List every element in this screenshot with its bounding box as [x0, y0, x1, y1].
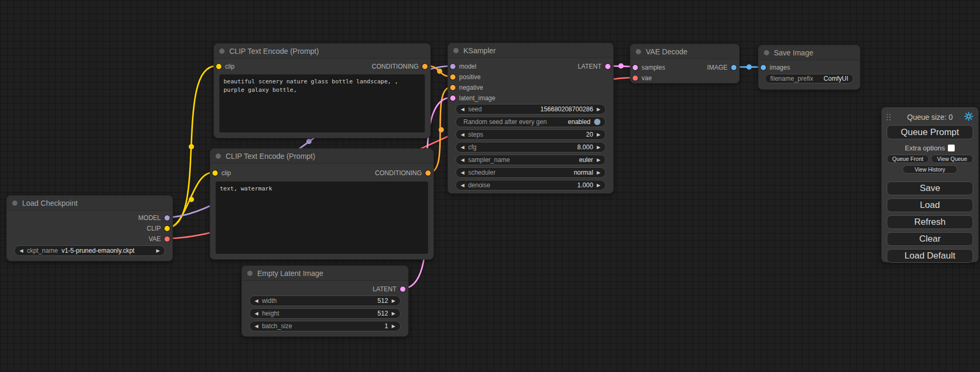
- input-slot-vae[interactable]: vae: [633, 74, 652, 82]
- save-button[interactable]: Save: [887, 182, 973, 195]
- clip-port-icon[interactable]: [212, 170, 218, 176]
- denoise-widget[interactable]: denoise 1.000: [455, 180, 606, 190]
- collapse-dot-icon[interactable]: [453, 48, 459, 53]
- vae-port-icon[interactable]: [633, 75, 638, 81]
- input-slot-negative[interactable]: negative: [450, 83, 483, 92]
- step-left-icon[interactable]: [20, 249, 23, 253]
- step-right-icon[interactable]: [597, 107, 600, 112]
- input-slot-images[interactable]: images: [761, 63, 790, 72]
- node-clip-text-encode-negative[interactable]: CLIP Text Encode (Prompt) clip CONDITION…: [210, 148, 434, 260]
- queue-panel[interactable]: Queue size: 0 Queue Prompt Extra options…: [881, 107, 978, 262]
- node-title-bar[interactable]: Empty Latent Image: [242, 266, 408, 281]
- step-left-icon[interactable]: [461, 145, 464, 150]
- negative-prompt-textarea[interactable]: text, watermark: [216, 182, 428, 254]
- node-vae-decode[interactable]: VAE Decode samples vae IMAGE: [630, 44, 740, 83]
- step-right-icon[interactable]: [597, 145, 600, 150]
- load-button[interactable]: Load: [887, 198, 973, 212]
- height-widget[interactable]: height 512: [249, 308, 401, 319]
- step-right-icon[interactable]: [597, 170, 600, 175]
- steps-widget[interactable]: steps 20: [455, 129, 606, 140]
- positive-prompt-textarea[interactable]: beautiful scenery nature glass bottle la…: [219, 74, 425, 132]
- step-left-icon[interactable]: [461, 170, 464, 175]
- collapse-dot-icon[interactable]: [216, 154, 221, 159]
- collapse-dot-icon[interactable]: [636, 49, 641, 54]
- node-load-checkpoint[interactable]: Load Checkpoint MODEL CLIP VAE ckpt_name…: [6, 195, 173, 261]
- step-left-icon[interactable]: [255, 311, 258, 316]
- step-right-icon[interactable]: [392, 299, 395, 303]
- scheduler-widget[interactable]: scheduler normal: [455, 167, 606, 178]
- node-save-image[interactable]: Save Image images filename_prefix ComfyU…: [758, 45, 860, 90]
- latent-port-icon[interactable]: [633, 65, 638, 70]
- conditioning-port-icon[interactable]: [422, 64, 428, 69]
- collapse-dot-icon[interactable]: [764, 50, 769, 55]
- output-slot-model[interactable]: MODEL: [138, 214, 170, 222]
- node-title-bar[interactable]: KSampler: [448, 43, 613, 58]
- step-left-icon[interactable]: [461, 183, 464, 188]
- node-clip-text-encode-positive[interactable]: CLIP Text Encode (Prompt) clip CONDITION…: [214, 43, 431, 138]
- conditioning-port-icon[interactable]: [450, 74, 455, 80]
- queue-prompt-button[interactable]: Queue Prompt: [887, 125, 973, 139]
- refresh-button[interactable]: Refresh: [887, 215, 973, 229]
- input-slot-samples[interactable]: samples: [633, 63, 665, 72]
- clip-port-icon[interactable]: [164, 226, 170, 231]
- output-slot-conditioning[interactable]: CONDITIONING: [375, 169, 431, 177]
- node-title-bar[interactable]: Load Checkpoint: [7, 196, 172, 211]
- input-slot-clip[interactable]: clip: [216, 62, 235, 71]
- vae-port-icon[interactable]: [164, 236, 170, 242]
- step-right-icon[interactable]: [597, 183, 600, 188]
- clip-port-icon[interactable]: [216, 64, 221, 69]
- cfg-widget[interactable]: cfg 8.000: [455, 142, 606, 152]
- clear-button[interactable]: Clear: [887, 232, 973, 246]
- model-port-icon[interactable]: [164, 215, 170, 221]
- extra-options-checkbox[interactable]: [948, 145, 955, 151]
- random-seed-toggle-widget[interactable]: Random seed after every gen enabled: [455, 117, 606, 127]
- step-right-icon[interactable]: [392, 311, 395, 316]
- node-title-bar[interactable]: CLIP Text Encode (Prompt): [214, 44, 430, 59]
- width-widget[interactable]: width 512: [249, 295, 401, 306]
- input-slot-clip[interactable]: clip: [212, 169, 231, 177]
- conditioning-port-icon[interactable]: [425, 170, 431, 176]
- output-slot-conditioning[interactable]: CONDITIONING: [372, 62, 428, 71]
- latent-port-icon[interactable]: [605, 64, 610, 69]
- image-port-icon[interactable]: [761, 65, 766, 70]
- collapse-dot-icon[interactable]: [247, 271, 253, 276]
- view-history-button[interactable]: View History: [903, 165, 957, 174]
- output-slot-latent[interactable]: LATENT: [373, 285, 405, 293]
- model-port-icon[interactable]: [450, 64, 455, 69]
- view-queue-button[interactable]: View Queue: [931, 155, 973, 163]
- step-left-icon[interactable]: [255, 324, 258, 329]
- node-title-bar[interactable]: Save Image: [759, 45, 860, 60]
- node-title-bar[interactable]: CLIP Text Encode (Prompt): [210, 149, 433, 164]
- step-right-icon[interactable]: [392, 324, 395, 329]
- load-default-button[interactable]: Load Default: [887, 249, 973, 263]
- step-left-icon[interactable]: [461, 107, 464, 112]
- step-left-icon[interactable]: [461, 158, 464, 163]
- input-slot-positive[interactable]: positive: [450, 73, 481, 81]
- toggle-on-icon[interactable]: [594, 119, 600, 125]
- ckpt-name-widget[interactable]: ckpt_name v1-5-pruned-emaonly.ckpt: [14, 245, 165, 256]
- batch-size-widget[interactable]: batch_size 1: [249, 321, 401, 331]
- step-left-icon[interactable]: [461, 132, 464, 137]
- output-slot-image[interactable]: IMAGE: [707, 63, 736, 72]
- queue-front-button[interactable]: Queue Front: [887, 155, 929, 163]
- filename-prefix-widget[interactable]: filename_prefix ComfyUI: [765, 74, 853, 83]
- input-slot-model[interactable]: model: [450, 62, 477, 71]
- step-right-icon[interactable]: [597, 158, 600, 163]
- image-port-icon[interactable]: [731, 65, 736, 70]
- latent-port-icon[interactable]: [450, 96, 455, 101]
- step-right-icon[interactable]: [597, 132, 600, 137]
- step-right-icon[interactable]: [156, 249, 160, 253]
- collapse-dot-icon[interactable]: [219, 49, 225, 54]
- node-title-bar[interactable]: VAE Decode: [630, 44, 739, 59]
- conditioning-port-icon[interactable]: [450, 85, 455, 90]
- node-ksampler[interactable]: KSampler model positive negative latent_…: [448, 43, 614, 194]
- output-slot-latent[interactable]: LATENT: [578, 62, 610, 71]
- output-slot-vae[interactable]: VAE: [149, 235, 170, 243]
- input-slot-latent-image[interactable]: latent_image: [450, 94, 496, 102]
- output-slot-clip[interactable]: CLIP: [147, 224, 170, 233]
- latent-port-icon[interactable]: [400, 287, 405, 292]
- step-left-icon[interactable]: [255, 299, 258, 303]
- sampler-name-widget[interactable]: sampler_name euler: [455, 155, 606, 165]
- seed-widget[interactable]: seed 156680208700286: [455, 104, 606, 115]
- collapse-dot-icon[interactable]: [12, 201, 17, 206]
